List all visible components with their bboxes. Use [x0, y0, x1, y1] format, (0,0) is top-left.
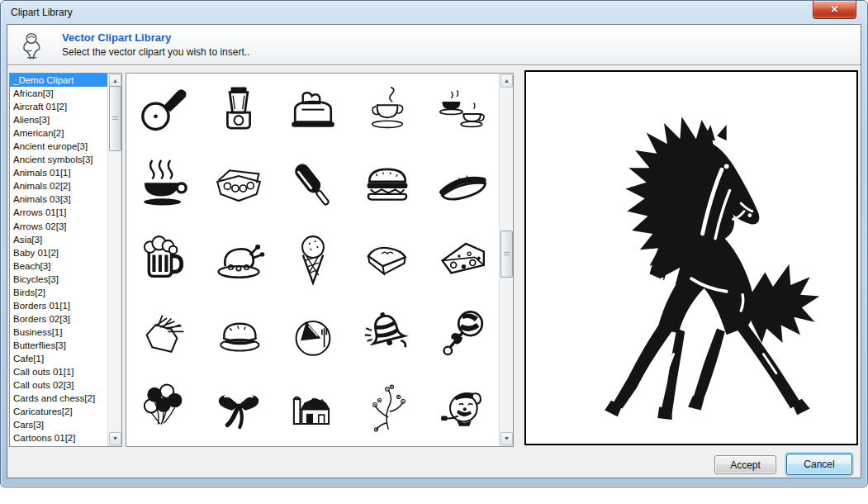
pizza-cutter-icon: [135, 83, 192, 139]
cancel-button[interactable]: Cancel: [786, 454, 852, 475]
category-item[interactable]: Arrows 02[3]: [10, 220, 108, 233]
category-item[interactable]: Borders 01[1]: [10, 299, 108, 312]
category-item[interactable]: Ancient europe[3]: [10, 140, 108, 153]
clipart-thumb-flower-branch[interactable]: [350, 371, 425, 445]
barn-icon: [285, 380, 341, 436]
screenshot-canvas: Clipart Library ×: [0, 0, 868, 504]
window-title: Clipart Library: [11, 7, 73, 18]
category-item[interactable]: Birds[2]: [10, 286, 108, 299]
clipart-doodle-icon: [18, 31, 45, 64]
clipart-thumb-clown-with-pipe[interactable]: [425, 371, 500, 445]
swiss-cheese-wedge-icon: [434, 231, 491, 288]
dialog-client-area: Vector Clipart Library Select the vector…: [7, 24, 861, 478]
category-item[interactable]: Bicycles[3]: [10, 273, 108, 286]
clipart-thumb-barn[interactable]: [276, 371, 350, 445]
ribbon-bow-icon: [211, 380, 267, 436]
clipart-thumb-toaster[interactable]: [276, 74, 350, 148]
category-item[interactable]: Aliens[3]: [10, 113, 108, 126]
two-coffee-cups-icon: [434, 83, 491, 139]
baby-rattle-icon: [434, 306, 491, 362]
egg-carton-icon: [211, 157, 267, 213]
category-item[interactable]: Cards and chess[2]: [10, 392, 108, 405]
clipart-thumb-blender[interactable]: [201, 74, 275, 148]
clipart-thumb-ringing-bell[interactable]: [350, 297, 425, 371]
clipart-library-window: Clipart Library ×: [0, 0, 868, 487]
page-subtitle: Select the vector clipart you wish to in…: [62, 46, 249, 58]
clipart-thumb-pizza-cutter[interactable]: [126, 74, 201, 148]
clipart-thumb-beer-mug[interactable]: [126, 222, 201, 297]
category-item[interactable]: Call outs 01[1]: [10, 365, 108, 378]
clipart-thumb-french-fries[interactable]: [126, 297, 201, 371]
category-list: _Demo ClipartAfrican[3]Aircraft 01[2]Ali…: [9, 73, 122, 447]
french-fries-icon: [135, 306, 192, 362]
ringing-bell-icon: [359, 306, 415, 362]
clipart-thumb-corn-dog[interactable]: [276, 148, 350, 222]
steaming-coffee-mug-icon: [135, 157, 192, 213]
category-item[interactable]: Animals 02[2]: [10, 179, 108, 193]
category-item[interactable]: Ancient symbols[3]: [10, 153, 108, 166]
clipart-thumb-ice-cream-cone[interactable]: [276, 222, 350, 297]
clipart-thumb-hot-dog[interactable]: [425, 148, 500, 222]
flower-branch-icon: [359, 380, 415, 436]
grid-scrollbar[interactable]: ▲ ▼: [499, 74, 513, 446]
category-item[interactable]: _Demo Clipart: [10, 74, 108, 87]
accept-button[interactable]: Accept: [714, 455, 776, 474]
category-item[interactable]: Business[1]: [10, 326, 108, 339]
clipart-thumb-burger-on-plate[interactable]: [201, 297, 275, 371]
category-item[interactable]: American[2]: [10, 126, 108, 140]
category-item[interactable]: Borders 02[3]: [10, 312, 108, 326]
roast-turkey-platter-icon: [211, 231, 267, 288]
category-item[interactable]: Caricatures[2]: [10, 405, 108, 418]
category-item[interactable]: Animals 03[3]: [10, 193, 108, 206]
pie-slice-icon: [359, 231, 415, 288]
clipart-thumb-steaming-coffee-mug[interactable]: [126, 148, 201, 222]
toaster-icon: [285, 83, 341, 139]
header-panel: Vector Clipart Library Select the vector…: [7, 25, 861, 65]
clipart-thumb-pie-slice[interactable]: [350, 222, 425, 297]
corn-dog-icon: [285, 157, 341, 213]
category-list-items: _Demo ClipartAfrican[3]Aircraft 01[2]Ali…: [10, 74, 108, 446]
clipart-thumb-roast-turkey-platter[interactable]: [201, 222, 275, 297]
scroll-down-icon[interactable]: ▼: [109, 432, 121, 445]
clipart-grid: ▲ ▼: [126, 73, 514, 447]
clipart-thumb-two-coffee-cups[interactable]: [425, 74, 500, 148]
category-item[interactable]: Aircraft 01[2]: [10, 100, 108, 113]
category-item[interactable]: Cars[3]: [10, 418, 108, 431]
category-item[interactable]: Animals 01[1]: [10, 166, 108, 179]
clipart-thumb-hamburger[interactable]: [350, 148, 425, 222]
ice-cream-cone-icon: [285, 231, 341, 288]
balloon-bunch-icon: [135, 380, 192, 436]
clipart-thumb-egg-carton[interactable]: [201, 148, 275, 222]
burger-on-plate-icon: [211, 306, 267, 362]
blender-icon: [211, 83, 267, 139]
category-scrollbar-thumb[interactable]: [109, 86, 121, 151]
close-icon: ×: [831, 2, 838, 16]
grid-scrollbar-thumb[interactable]: [500, 231, 513, 278]
preview-panel: [524, 70, 858, 445]
category-item[interactable]: Call outs 02[3]: [10, 378, 108, 392]
clipart-grid-cells: [126, 74, 500, 446]
category-item[interactable]: African[3]: [10, 87, 108, 100]
scroll-up-icon[interactable]: ▲: [500, 74, 513, 88]
category-item[interactable]: Beach[3]: [10, 259, 108, 273]
category-item[interactable]: Baby 01[2]: [10, 246, 108, 259]
page-title: Vector Clipart Library: [62, 31, 171, 44]
category-item[interactable]: Butterflies[3]: [10, 339, 108, 352]
sandwich-plate-fork-icon: [285, 306, 341, 362]
category-item[interactable]: Cartoons 01[2]: [10, 431, 108, 445]
clipart-thumb-ribbon-bow[interactable]: [201, 371, 275, 445]
clipart-thumb-balloon-bunch[interactable]: [126, 371, 201, 445]
category-item[interactable]: Asia[3]: [10, 233, 108, 246]
clipart-thumb-fancy-coffee-cup[interactable]: [350, 74, 425, 148]
category-scrollbar[interactable]: ▲ ▼: [107, 74, 121, 446]
category-item[interactable]: Arrows 01[1]: [10, 206, 108, 219]
category-item[interactable]: Cafe[1]: [10, 352, 108, 365]
scroll-down-icon[interactable]: ▼: [500, 432, 513, 445]
titlebar[interactable]: Clipart Library ×: [1, 1, 867, 23]
clipart-thumb-swiss-cheese-wedge[interactable]: [425, 222, 500, 297]
close-button[interactable]: ×: [813, 1, 856, 19]
clipart-thumb-baby-rattle[interactable]: [425, 297, 500, 371]
clown-with-pipe-icon: [434, 380, 491, 436]
clipart-thumb-sandwich-plate-fork[interactable]: [276, 297, 350, 371]
beer-mug-icon: [135, 231, 192, 288]
